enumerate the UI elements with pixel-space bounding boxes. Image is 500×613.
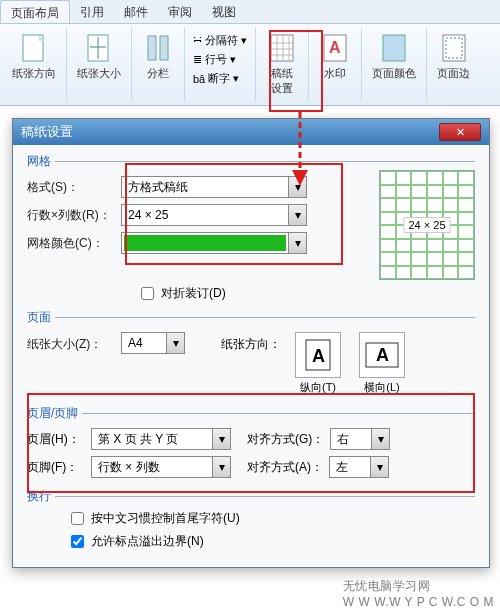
chevron-down-icon[interactable]: ▾ — [370, 457, 388, 477]
header-align-combo[interactable]: 右 ▾ — [330, 428, 390, 450]
close-button[interactable]: ✕ — [439, 123, 481, 141]
papersize-label: 纸张大小(Z)： — [27, 332, 115, 353]
ribbon-toolbar: 纸张方向 纸张大小 分栏 ∺分隔符▾ ≣行号▾ bâ断字▾ 稿纸 设置 A 水印 — [0, 24, 500, 106]
chevron-down-icon: ▾ — [230, 53, 236, 66]
manuscript-icon — [266, 32, 298, 64]
line-num-icon: ≣ — [193, 53, 202, 66]
line-numbers-button[interactable]: ≣行号▾ — [191, 51, 249, 68]
chevron-down-icon[interactable]: ▾ — [212, 429, 230, 449]
footer-combo[interactable]: 行数 × 列数 ▾ — [91, 456, 231, 478]
breaks-button[interactable]: ∺分隔符▾ — [191, 32, 249, 49]
footer-align-label: 对齐方式(A)： — [247, 459, 323, 476]
tab-references[interactable]: 引用 — [70, 0, 114, 23]
dialog-title: 稿纸设置 — [21, 123, 73, 141]
rowcol-label: 行数×列数(R)： — [27, 207, 115, 224]
headerfooter-section: 页眉/页脚 页眉(H)： 第 X 页 共 Y 页 ▾ 对齐方式(G)： 右 ▾ … — [27, 413, 475, 488]
chevron-down-icon[interactable]: ▾ — [288, 177, 306, 197]
svg-text:A: A — [329, 39, 341, 56]
hyphen-icon: bâ — [193, 73, 205, 85]
manuscript-button[interactable]: 稿纸 设置 — [262, 30, 302, 98]
svg-rect-4 — [148, 36, 156, 60]
portrait-button[interactable]: A — [295, 332, 341, 378]
page-icon — [18, 32, 50, 64]
papersize-combo[interactable]: A4 ▾ — [121, 332, 185, 354]
paper-direction-button[interactable]: 纸张方向 — [8, 30, 60, 83]
color-swatch — [124, 235, 286, 251]
watermark-icon: A — [319, 32, 351, 64]
hf-section-label: 页眉/页脚 — [27, 405, 82, 422]
chevron-down-icon[interactable]: ▾ — [166, 333, 184, 353]
portrait-label: 纵向(T) — [300, 380, 336, 395]
tab-view[interactable]: 视图 — [202, 0, 246, 23]
page-color-icon — [378, 32, 410, 64]
paperdir-label: 纸张方向： — [221, 332, 281, 353]
hyphenation-button[interactable]: bâ断字▾ — [191, 70, 249, 87]
chevron-down-icon[interactable]: ▾ — [288, 205, 306, 225]
fold-label: 对折装订(D) — [161, 285, 226, 302]
wrap-section: 换行 按中文习惯控制首尾字符(U) 允许标点溢出边界(N) — [27, 496, 475, 557]
page-section-label: 页面 — [27, 309, 55, 326]
svg-rect-15 — [383, 35, 405, 61]
watermark-text: 无忧电脑学习网W W W.W Y P C W.C O M — [343, 578, 494, 609]
chevron-down-icon[interactable]: ▾ — [371, 429, 389, 449]
header-label: 页眉(H)： — [27, 431, 85, 448]
page-size-icon — [83, 32, 115, 64]
page-color-button[interactable]: 页面颜色 — [368, 30, 420, 83]
fold-checkbox-row: 对折装订(D) — [137, 284, 475, 303]
punct-label: 允许标点溢出边界(N) — [91, 533, 204, 550]
page-border-button[interactable]: 页面边 — [433, 30, 474, 83]
grid-section-label: 网格 — [27, 153, 55, 170]
grid-preview: 24 × 25 — [379, 170, 475, 280]
tab-mail[interactable]: 邮件 — [114, 0, 158, 23]
grid-preview-label: 24 × 25 — [404, 217, 451, 233]
fold-checkbox[interactable] — [141, 287, 154, 300]
cjk-label: 按中文习惯控制首尾字符(U) — [91, 510, 240, 527]
header-combo[interactable]: 第 X 页 共 Y 页 ▾ — [91, 428, 231, 450]
watermark-button[interactable]: A 水印 — [315, 30, 355, 83]
ribbon-tabs: 页面布局 引用 邮件 审阅 视图 — [0, 0, 500, 24]
grid-section: 网格 格式(S)： 方格式稿纸 ▾ 行数×列数(R)： 24 × 25 — [27, 161, 475, 309]
cjk-checkbox[interactable] — [71, 512, 84, 525]
footer-align-combo[interactable]: 左 ▾ — [329, 456, 389, 478]
columns-button[interactable]: 分栏 — [138, 30, 178, 83]
columns-icon — [142, 32, 174, 64]
svg-rect-5 — [160, 36, 168, 60]
landscape-button[interactable]: A — [359, 332, 405, 378]
format-label: 格式(S)： — [27, 179, 115, 196]
header-align-label: 对齐方式(G)： — [247, 431, 324, 448]
gridcolor-label: 网格颜色(C)： — [27, 235, 115, 252]
punct-checkbox[interactable] — [71, 535, 84, 548]
svg-rect-6 — [271, 35, 293, 61]
wrap-section-label: 换行 — [27, 488, 55, 505]
landscape-label: 横向(L) — [364, 380, 399, 395]
manuscript-dialog: 稿纸设置 ✕ 网格 格式(S)： 方格式稿纸 ▾ 行数×列数(R)： — [12, 118, 490, 568]
chevron-down-icon[interactable]: ▾ — [212, 457, 230, 477]
dialog-titlebar: 稿纸设置 ✕ — [13, 119, 489, 145]
paper-size-button[interactable]: 纸张大小 — [73, 30, 125, 83]
svg-text:A: A — [376, 345, 389, 365]
breaks-icon: ∺ — [193, 34, 202, 47]
chevron-down-icon: ▾ — [233, 72, 239, 85]
tab-page-layout[interactable]: 页面布局 — [0, 0, 70, 23]
footer-label: 页脚(F)： — [27, 459, 85, 476]
chevron-down-icon[interactable]: ▾ — [288, 233, 306, 253]
chevron-down-icon: ▾ — [241, 34, 247, 47]
gridcolor-combo[interactable]: ▾ — [121, 232, 307, 254]
page-border-icon — [438, 32, 470, 64]
tab-review[interactable]: 审阅 — [158, 0, 202, 23]
page-section: 页面 纸张大小(Z)： A4 ▾ 纸张方向： A 纵向(T) A 横向(L) — [27, 317, 475, 405]
rowcol-combo[interactable]: 24 × 25 ▾ — [121, 204, 307, 226]
svg-text:A: A — [312, 346, 325, 366]
format-combo[interactable]: 方格式稿纸 ▾ — [121, 176, 307, 198]
